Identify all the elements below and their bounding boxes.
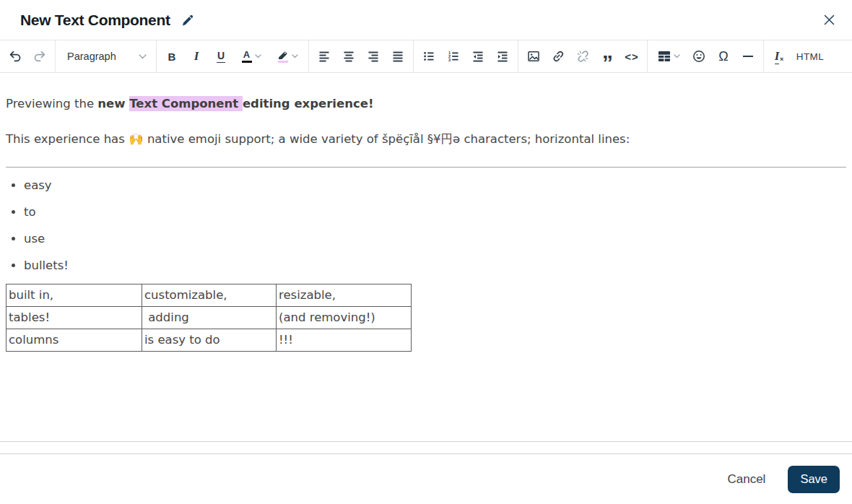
modal-header: New Text Component	[0, 0, 852, 40]
page-title: New Text Component	[20, 12, 170, 29]
footer-gap	[0, 442, 852, 453]
block-quote-button[interactable]: ”	[595, 43, 620, 69]
toolbar-group-alignment	[309, 40, 413, 72]
italic-icon: I	[194, 49, 199, 64]
unlink-button[interactable]	[570, 43, 595, 69]
bulleted-list-icon	[422, 49, 436, 64]
table-icon	[658, 51, 671, 62]
redo-icon	[32, 49, 47, 64]
font-color-button[interactable]: A	[233, 43, 269, 69]
horizontal-rule	[6, 167, 846, 168]
chevron-down-icon	[139, 54, 147, 59]
chevron-down-icon	[674, 54, 680, 58]
chevron-down-icon	[255, 54, 261, 58]
redo-button[interactable]	[27, 43, 52, 69]
table-cell[interactable]: built in,	[6, 284, 142, 306]
undo-icon	[8, 49, 22, 64]
code-button[interactable]: <>	[620, 43, 644, 69]
align-left-button[interactable]	[312, 43, 336, 69]
table-cell[interactable]: !!!	[277, 329, 412, 351]
toolbar-group-history	[0, 40, 55, 72]
bulleted-list-button[interactable]	[417, 43, 441, 69]
link-icon	[551, 49, 565, 64]
underline-button[interactable]: U	[209, 43, 233, 69]
undo-button[interactable]	[3, 43, 27, 69]
image-icon	[526, 49, 541, 64]
italic-button[interactable]: I	[184, 43, 209, 69]
remove-format-icon: I×	[775, 49, 783, 64]
align-right-button[interactable]	[361, 43, 386, 69]
text-bold: new	[97, 97, 129, 110]
emoji-button[interactable]	[687, 43, 711, 69]
table-row: tables! adding (and removing!)	[6, 306, 412, 329]
underline-icon: U	[217, 50, 225, 63]
close-icon[interactable]	[819, 10, 839, 30]
table-cell[interactable]: columns	[6, 329, 142, 351]
text-normal: This experience has	[6, 132, 129, 146]
omega-icon: Ω	[718, 49, 728, 64]
chevron-down-icon	[292, 54, 298, 58]
bold-button[interactable]: B	[160, 43, 184, 69]
text-normal: Previewing the	[6, 97, 97, 110]
paragraph-style-value: Paragraph	[67, 51, 139, 62]
paragraph-style-dropdown[interactable]: Paragraph	[56, 40, 156, 72]
table-cell[interactable]: is easy to do	[142, 329, 277, 351]
bullet-list: easy to use bullets!	[6, 177, 846, 274]
toolbar-group-insert: ” <>	[518, 40, 647, 72]
modal-footer: Cancel Save	[0, 453, 852, 504]
outdent-icon	[471, 49, 485, 64]
align-left-icon	[317, 49, 331, 64]
table-row: columns is easy to do !!!	[6, 329, 412, 351]
content-table: built in, customizable, resizable, table…	[6, 284, 412, 352]
horizontal-line-button[interactable]	[736, 43, 760, 69]
emoji-icon	[692, 49, 706, 64]
svg-text:3: 3	[448, 58, 451, 62]
list-item: use	[24, 230, 846, 247]
horizontal-line-icon	[743, 56, 753, 57]
toolbar-group-lists: 1 2 3	[414, 40, 518, 72]
toolbar-group-text-style: B I U A	[157, 40, 308, 72]
html-source-button[interactable]: HTML	[791, 43, 829, 69]
table-cell[interactable]: customizable,	[142, 284, 277, 306]
link-button[interactable]	[546, 43, 570, 69]
editor-toolbar: Paragraph B I U A	[0, 40, 852, 73]
align-right-icon	[366, 49, 381, 64]
align-justify-button[interactable]	[386, 43, 410, 69]
paragraph-features: This experience has 🙌 native emoji suppo…	[6, 131, 846, 148]
remove-format-button[interactable]: I×	[767, 43, 791, 69]
save-button[interactable]: Save	[788, 466, 840, 493]
list-item: easy	[24, 177, 846, 194]
raising-hands-emoji: 🙌	[129, 132, 144, 146]
table-cell[interactable]: adding	[142, 306, 277, 329]
highlight-icon	[277, 50, 289, 63]
insert-image-button[interactable]	[521, 43, 546, 69]
list-item: bullets!	[24, 257, 846, 274]
insert-table-button[interactable]	[651, 43, 687, 69]
numbered-list-icon: 1 2 3	[446, 49, 461, 64]
code-icon: <>	[625, 51, 639, 63]
text-bold: editing experience!	[243, 97, 374, 110]
table-cell[interactable]: tables!	[6, 306, 142, 329]
special-characters-button[interactable]: Ω	[711, 43, 736, 69]
paragraph-intro: Previewing the new Text Component editin…	[6, 96, 846, 113]
numbered-list-button[interactable]: 1 2 3	[441, 43, 466, 69]
highlight-button[interactable]	[269, 43, 305, 69]
indent-icon	[495, 49, 510, 64]
cancel-button[interactable]: Cancel	[710, 466, 782, 493]
pencil-icon[interactable]	[180, 12, 196, 28]
list-item: to	[24, 204, 846, 220]
toolbar-group-source: I× HTML	[764, 40, 832, 72]
indent-button[interactable]	[490, 43, 515, 69]
align-center-button[interactable]	[336, 43, 361, 69]
editor-content-area[interactable]: Previewing the new Text Component editin…	[0, 73, 852, 442]
text-component-modal: New Text Component	[0, 0, 852, 504]
outdent-button[interactable]	[466, 43, 490, 69]
align-center-icon	[342, 49, 356, 64]
align-justify-icon	[391, 49, 405, 64]
table-cell[interactable]: resizable,	[277, 284, 412, 306]
bold-icon: B	[168, 51, 176, 63]
table-cell[interactable]: (and removing!)	[277, 306, 412, 329]
text-highlighted: Text Component	[129, 96, 243, 111]
table-row: built in, customizable, resizable,	[6, 284, 412, 306]
font-color-icon: A	[242, 50, 252, 63]
